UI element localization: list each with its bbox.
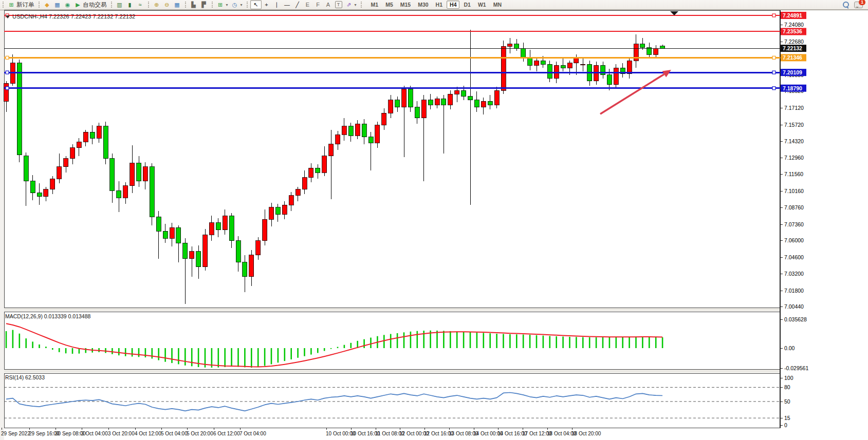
rsi-axis-label: 15: [784, 415, 790, 421]
candle: [130, 163, 135, 186]
new-chart-icon: ⊞: [217, 1, 224, 9]
candle: [382, 113, 386, 125]
candle: [441, 99, 446, 105]
candle: [302, 178, 307, 189]
time-tick-label: 18 Oct 20:00: [571, 431, 601, 436]
hline-handle[interactable]: [772, 87, 775, 90]
candle: [156, 217, 161, 231]
history-center-button[interactable]: ◆: [42, 1, 52, 9]
toolbar-grip[interactable]: [212, 2, 213, 8]
price-axis[interactable]: 7.240807.226807.198807.185207.171207.157…: [780, 12, 808, 428]
rsi-axis-label: 0: [784, 422, 787, 428]
candle: [176, 227, 181, 243]
candle: [348, 126, 353, 136]
search-icon[interactable]: [843, 2, 849, 8]
candle: [236, 241, 241, 262]
fibonacci-button[interactable]: F: [313, 1, 323, 9]
main-toolbar: ⊞新订单◆▦◉▶自动交易▥▮≈⊕⊖▦▙▛⊞▾◷▾↖+∣—╱EFAT⇗▾M1M5M…: [0, 0, 868, 10]
new-order-button[interactable]: ⊞新订单: [6, 1, 36, 9]
navigator-button[interactable]: ◉: [63, 1, 73, 9]
candle: [448, 94, 453, 105]
candle: [64, 159, 68, 167]
horizontal-line-button[interactable]: —: [282, 1, 292, 9]
candle: [309, 168, 313, 178]
toolbar-grip[interactable]: [3, 2, 4, 8]
timeframe-w1-button[interactable]: W1: [475, 1, 489, 9]
candle: [110, 159, 115, 191]
candle: [282, 205, 287, 215]
arrows-button[interactable]: ⇗▾: [344, 1, 358, 9]
candle: [289, 196, 293, 205]
timeframe-h1-button[interactable]: H1: [433, 1, 446, 9]
candle: [163, 231, 168, 238]
hline-handle[interactable]: [6, 14, 9, 17]
candle: [481, 101, 486, 107]
timeframe-m30-button[interactable]: M30: [415, 1, 431, 9]
line-chart-button[interactable]: ≈: [135, 1, 145, 9]
data-window-button[interactable]: ▦: [52, 1, 63, 9]
candle: [534, 61, 539, 65]
trendline-button[interactable]: ╱: [292, 1, 303, 9]
zoom-out-button[interactable]: ⊖: [162, 1, 172, 9]
candlestick-chart-button[interactable]: ▮: [125, 1, 135, 9]
timeframe-mn-button[interactable]: MN: [490, 1, 505, 9]
toolbar-grip[interactable]: [148, 2, 149, 8]
candle: [223, 216, 227, 230]
new-chart-button[interactable]: ⊞▾: [215, 1, 230, 9]
candle: [83, 132, 88, 142]
tile-windows-button[interactable]: ▦: [172, 1, 182, 9]
candle: [355, 124, 360, 136]
candle: [342, 126, 346, 135]
text-button[interactable]: A: [323, 1, 334, 9]
candle: [574, 58, 579, 63]
macd-axis-label: 0.035628: [784, 316, 807, 322]
timeframe-m1-button[interactable]: M1: [368, 1, 382, 9]
candle: [567, 63, 572, 68]
hline-handle[interactable]: [6, 87, 9, 90]
hline-handle[interactable]: [6, 71, 9, 74]
price-tick-label: 7.11560: [784, 171, 803, 177]
autotrading-button[interactable]: ▶自动交易: [73, 1, 108, 9]
period-clock-button[interactable]: ◷▾: [230, 1, 244, 9]
cursor-button[interactable]: ↖: [250, 0, 262, 9]
toolbar-grip[interactable]: [111, 2, 112, 8]
candle: [368, 137, 373, 143]
hline-handle[interactable]: [6, 56, 9, 59]
time-axis[interactable]: 29 Sep 202229 Sep 16:0030 Sep 08:003 Oct…: [1, 428, 601, 436]
bar-chart-button[interactable]: ▥: [115, 1, 125, 9]
hline-handle[interactable]: [772, 14, 775, 17]
timeframe-d1-button[interactable]: D1: [460, 1, 473, 9]
toolbar-grip[interactable]: [247, 2, 248, 8]
timeframe-m15-button[interactable]: M15: [397, 1, 414, 9]
hline-handle[interactable]: [772, 71, 775, 74]
toolbar-grip[interactable]: [39, 2, 40, 8]
candle: [455, 90, 459, 94]
rsi-axis-label: 100: [784, 375, 793, 381]
zoom-in-button[interactable]: ⊕: [152, 1, 162, 9]
timeframe-h4-button[interactable]: H4: [447, 1, 459, 9]
show-indicators-button[interactable]: ▙: [189, 1, 199, 9]
vertical-line-button[interactable]: ∣: [272, 1, 282, 9]
candle: [581, 64, 585, 65]
toolbar-grip[interactable]: [361, 2, 362, 8]
candle: [37, 193, 42, 197]
show-objects-button[interactable]: ▛: [199, 1, 209, 9]
equidistant-channel-button[interactable]: E: [303, 1, 313, 9]
tile-windows-icon: ▦: [174, 1, 181, 9]
candle: [103, 126, 108, 159]
hline-handle[interactable]: [772, 56, 775, 59]
chat-icon[interactable]: 1: [854, 2, 863, 8]
candle: [402, 89, 407, 107]
crosshair-button[interactable]: +: [262, 1, 272, 9]
toolbar-grip[interactable]: [185, 2, 186, 8]
candle: [275, 207, 280, 215]
candle: [389, 100, 393, 113]
candle: [269, 207, 274, 219]
time-tick-label: 4 Oct 12:00: [135, 431, 161, 436]
candle: [640, 44, 645, 48]
price-badge-label: 7.20109: [783, 69, 802, 75]
text-label-button[interactable]: T: [334, 1, 344, 9]
timeframe-m5-button[interactable]: M5: [382, 1, 396, 9]
candle: [4, 83, 9, 101]
chart-canvas[interactable]: 7.240807.226807.198807.185207.171207.157…: [0, 9, 868, 440]
